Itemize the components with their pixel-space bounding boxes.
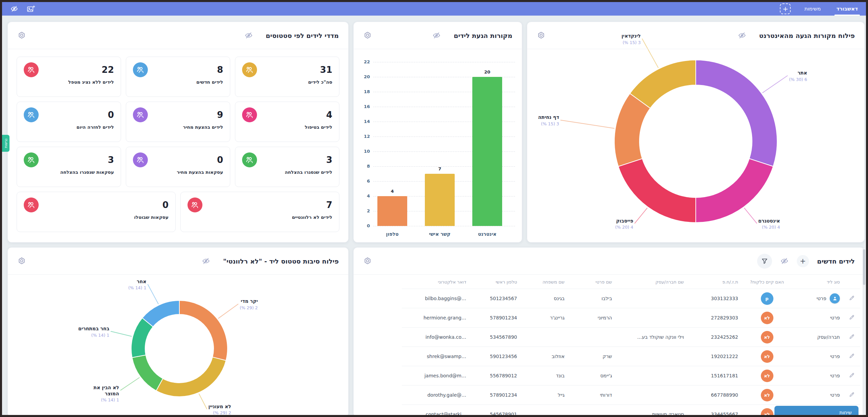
- donut-label: יקר מדי(% 29) 2: [240, 298, 258, 310]
- column-header: האם קיים כלקוח?: [742, 275, 792, 289]
- card-value: 3: [326, 155, 332, 165]
- image-add-icon[interactable]: [26, 5, 35, 13]
- gear-icon[interactable]: [537, 31, 546, 40]
- eye-off-icon[interactable]: [432, 31, 441, 40]
- tab-dashboard[interactable]: דאשבורד: [834, 2, 860, 16]
- company-cell: סטארק תעשיות: [615, 405, 687, 417]
- topbar-tabs: + משימות דאשבורד: [780, 2, 860, 16]
- table-row[interactable]: פרטילא151617181ג'יימסבונד556789012james.…: [402, 366, 860, 385]
- lead-type-label: פרטי: [816, 296, 826, 301]
- donut-slice-אתר[interactable]: [696, 60, 777, 166]
- edit-pencil-icon[interactable]: [849, 372, 855, 378]
- card-value: 3: [108, 155, 114, 165]
- y-axis-tick: 20: [358, 74, 370, 79]
- table-row[interactable]: פרטילא272829303הרמיוניגריינג'ר578901234h…: [402, 308, 860, 328]
- first-name-cell: שרק: [568, 347, 615, 366]
- tab-tasks[interactable]: משימות: [802, 2, 823, 16]
- filter-icon[interactable]: [757, 254, 772, 269]
- status-card[interactable]: 0עסקאות בהצעת מחיר: [126, 147, 230, 187]
- first-name-cell: [568, 405, 615, 417]
- id-cell: 151617181: [687, 366, 742, 385]
- status-card[interactable]: 31סה"כ לידים: [235, 57, 339, 97]
- gear-icon[interactable]: [17, 257, 26, 266]
- card-value: 31: [320, 65, 332, 75]
- edit-pencil-icon[interactable]: [849, 353, 855, 359]
- status-card[interactable]: 7לידים לא רלוונטיים: [180, 192, 339, 232]
- donut-slice-אינסטגרם[interactable]: [696, 159, 773, 223]
- column-header: שם משפחה: [520, 275, 568, 289]
- edit-pencil-icon[interactable]: [849, 333, 855, 340]
- card-label: לידים בהצעת מחיר: [133, 124, 223, 130]
- leads-person-icon: [133, 107, 148, 122]
- customer-status-badge: לא: [761, 389, 773, 401]
- eye-off-icon[interactable]: [202, 257, 210, 265]
- bar-אינטרנט[interactable]: [472, 77, 502, 226]
- donut-slice-פייסבוק[interactable]: [618, 159, 696, 223]
- scrollbar[interactable]: [863, 248, 866, 415]
- status-card[interactable]: 22לידים ללא נציג מטפל: [17, 57, 121, 97]
- bar-קשר אישי[interactable]: [425, 174, 455, 226]
- scrollbar-thumb[interactable]: [863, 249, 865, 285]
- donut-label-value: (% 14) 1: [128, 285, 146, 291]
- panel-lead-sources-chart: מקורות הגעת לידים 024681012141618202220א…: [353, 22, 522, 243]
- customer-status-badge: לא: [761, 408, 773, 417]
- bar-chart: 024681012141618202220אינטרנט7קשר אישי4טל…: [354, 49, 522, 242]
- bar-category-label: אינטרנט: [465, 231, 509, 237]
- bar-טלפון[interactable]: [377, 196, 407, 226]
- donut-slice-לינקדאין[interactable]: [630, 60, 696, 108]
- lead-type-label: חברה/עסק: [817, 334, 840, 340]
- gear-icon[interactable]: [363, 257, 372, 266]
- eye-off-icon[interactable]: [244, 31, 253, 40]
- card-label: סה"כ לידים: [242, 79, 332, 85]
- table-row[interactable]: חברה/עסקלא232425262וילי וונקה שוקולד בע……: [402, 328, 860, 347]
- donut-label-name: אחר: [128, 279, 146, 285]
- gear-icon[interactable]: [363, 31, 372, 40]
- donut-label-name: אתר: [789, 70, 807, 76]
- first-name-cell: ג'יימס: [568, 366, 615, 385]
- add-dashboard-button[interactable]: +: [780, 3, 791, 14]
- table-row[interactable]: פרטילא192021222שרקאוזלוב590123456shrek@s…: [402, 347, 860, 366]
- status-card[interactable]: 0עסקאות שבוטלו: [17, 192, 176, 232]
- status-card[interactable]: 4לידים בטיפול: [235, 102, 339, 142]
- eye-off-icon[interactable]: [780, 257, 789, 265]
- person-action-icon[interactable]: [830, 293, 840, 304]
- edit-cell: [843, 385, 860, 405]
- donut-slice-לא הבין את המוצר[interactable]: [132, 355, 163, 391]
- bar-category-label: טלפון: [370, 231, 414, 237]
- email-text: contact@starki…: [426, 412, 466, 417]
- first-name-cell: [568, 328, 615, 347]
- donut-slice-יקר מדי[interactable]: [179, 300, 228, 360]
- gear-icon[interactable]: [17, 31, 26, 40]
- chats-button[interactable]: שיחות: [774, 406, 859, 417]
- edit-pencil-icon[interactable]: [849, 295, 855, 301]
- edit-pencil-icon[interactable]: [849, 391, 855, 398]
- edit-pencil-icon[interactable]: [849, 314, 855, 320]
- status-card[interactable]: 3לידים שנסגרו בהצלחה: [235, 147, 339, 187]
- status-card-top: 8: [133, 62, 223, 77]
- leads-person-icon: [24, 197, 39, 212]
- lead-type-label: פרטי: [830, 315, 840, 320]
- lead-type-cell: פרטי: [792, 347, 843, 366]
- status-card[interactable]: 9לידים בהצעת מחיר: [126, 102, 230, 142]
- eye-off-icon[interactable]: [10, 5, 18, 13]
- panel-title: פילוח מקורות הגעה מהאינטרנט: [759, 32, 855, 39]
- table-row[interactable]: פרטיp303132333בילבובגינס501234567bilbo.b…: [402, 289, 860, 308]
- status-card[interactable]: 3עסקאות שנסגרו בהצלחה: [17, 147, 121, 187]
- donut-slice-אחר[interactable]: [142, 300, 179, 327]
- status-card-top: 9: [133, 107, 223, 122]
- email-cell: bilbo.baggins@…: [402, 289, 470, 308]
- bar-category-label: קשר אישי: [418, 231, 462, 237]
- donut-label-name: יקר מדי: [240, 298, 258, 305]
- status-card-top: 0: [24, 197, 169, 212]
- donut-label-connector: [560, 120, 614, 128]
- accessibility-tab[interactable]: נגישות: [2, 135, 9, 152]
- donut-slice-לא מעוניין[interactable]: [156, 357, 226, 397]
- eye-off-icon[interactable]: [738, 31, 746, 40]
- status-card[interactable]: 0לידים לחזרה היום: [17, 102, 121, 142]
- leads-person-icon: [188, 197, 202, 212]
- table-row[interactable]: פרטילא667788990דורותיגייל578901234doroth…: [402, 385, 860, 405]
- email-cell: hermione.grang…: [402, 308, 470, 328]
- status-card[interactable]: 8לידים חדשים: [126, 57, 230, 97]
- add-lead-button[interactable]: +: [797, 255, 809, 267]
- customer-status-badge: לא: [761, 370, 773, 382]
